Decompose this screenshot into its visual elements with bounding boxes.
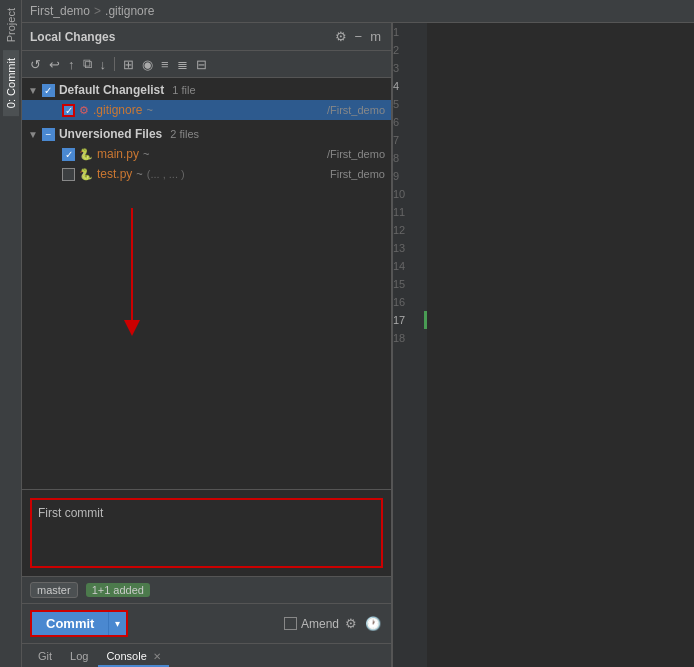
bottom-tab-console[interactable]: Console ✕ [98, 647, 168, 667]
mainpy-checkbox[interactable]: ✓ [62, 148, 75, 161]
unversioned-checkbox[interactable]: − [42, 128, 55, 141]
bottom-tab-git[interactable]: Git [30, 647, 60, 667]
gitignore-path: /First_demo [327, 104, 385, 116]
line-num-row-4: 4 [393, 77, 427, 95]
line-num-13: 13 [393, 239, 411, 257]
amend-area: Amend ⚙ 🕐 [284, 615, 383, 632]
toolbar-refresh-icon[interactable]: ↺ [28, 56, 43, 73]
mainpy-filename: main.py [97, 147, 139, 161]
green-bar-17 [424, 311, 427, 329]
line-num-6: 6 [393, 113, 405, 131]
testpy-subpath: (... , ... ) [147, 168, 185, 180]
local-changes-panel: Local Changes ⚙ − m ↺ ↩ ↑ ⧉ ↓ ⊞ ◉ ≡ ≣ ⊟ [22, 23, 392, 667]
testpy-path: First_demo [330, 168, 385, 180]
default-changelist-label: Default Changelist [59, 83, 164, 97]
unversioned-header[interactable]: ▼ − Unversioned Files 2 files [22, 124, 391, 144]
line-num-row-18: 18 [393, 329, 427, 347]
commit-btn-group: Commit ▾ [30, 610, 128, 637]
default-changelist-chevron: ▼ [28, 85, 38, 96]
commit-message-box[interactable]: First commit [30, 498, 383, 568]
line-num-16: 16 [393, 293, 411, 311]
gitignore-tilde: ~ [146, 104, 152, 116]
expand-icon[interactable]: m [368, 28, 383, 45]
commit-button[interactable]: Commit [32, 612, 108, 635]
bottom-tab-log[interactable]: Log [62, 647, 96, 667]
line-num-row-1: 1 [393, 23, 427, 41]
unversioned-badge: 2 files [170, 128, 199, 140]
line-num-row-5: 5 [393, 95, 427, 113]
breadcrumb: First_demo > .gitignore [22, 0, 694, 23]
minimize-icon[interactable]: − [353, 28, 365, 45]
line-num-3: 3 [393, 59, 405, 77]
line-num-1: 1 [393, 23, 405, 41]
line-num-row-14: 14 [393, 257, 427, 275]
breadcrumb-sep: > [94, 4, 101, 18]
bottom-tabs: Git Log Console ✕ [22, 643, 391, 667]
line-num-row-6: 6 [393, 113, 427, 131]
settings-icon[interactable]: ⚙ [333, 28, 349, 45]
toolbar-down-icon[interactable]: ↓ [98, 56, 109, 73]
toolbar-list-icon[interactable]: ≡ [159, 56, 171, 73]
gitignore-filename: .gitignore [93, 103, 142, 117]
line-num-2: 2 [393, 41, 405, 59]
status-badge: 1+1 added [86, 583, 150, 597]
line-num-row-9: 9 [393, 167, 427, 185]
mainpy-file-icon: 🐍 [79, 148, 93, 161]
commit-dropdown-button[interactable]: ▾ [108, 612, 126, 635]
toolbar-revert-icon[interactable]: ↩ [47, 56, 62, 73]
breadcrumb-file: .gitignore [105, 4, 154, 18]
toolbar-filter-icon[interactable]: ⊟ [194, 56, 209, 73]
line-num-row-3: 3 [393, 59, 427, 77]
gitignore-checkbox[interactable]: ✓ [62, 104, 75, 117]
testpy-checkbox[interactable] [62, 168, 75, 181]
branch-badge: master [30, 582, 78, 598]
sidebar-tab-commit[interactable]: 0: Commit [3, 50, 19, 116]
line-num-row-8: 8 [393, 149, 427, 167]
line-numbers-panel: 1 2 3 4 5 6 7 8 9 10 11 12 13 14 15 16 1… [392, 23, 427, 667]
line-num-9: 9 [393, 167, 405, 185]
line-num-7: 7 [393, 131, 405, 149]
gitignore-item[interactable]: ✓ ⚙ .gitignore ~ /First_demo [22, 100, 391, 120]
unversioned-label: Unversioned Files [59, 127, 162, 141]
default-changelist-badge: 1 file [172, 84, 195, 96]
mainpy-path: /First_demo [327, 148, 385, 160]
unversioned-group: ▼ − Unversioned Files 2 files ✓ 🐍 main.p… [22, 122, 391, 186]
mainpy-item[interactable]: ✓ 🐍 main.py ~ /First_demo [22, 144, 391, 164]
amend-checkbox[interactable] [284, 617, 297, 630]
line-num-row-11: 11 [393, 203, 427, 221]
default-changelist-group: ▼ ✓ Default Changelist 1 file ✓ ⚙ .gitig… [22, 78, 391, 122]
main-area: First_demo > .gitignore Local Changes ⚙ … [22, 0, 694, 667]
line-num-row-7: 7 [393, 131, 427, 149]
toolbar-eye-icon[interactable]: ◉ [140, 56, 155, 73]
line-num-12: 12 [393, 221, 411, 239]
testpy-filename: test.py [97, 167, 132, 181]
line-num-row-17: 17 [393, 311, 427, 329]
line-num-14: 14 [393, 257, 411, 275]
gitignore-file-icon: ⚙ [79, 104, 89, 117]
amend-settings-icon[interactable]: ⚙ [343, 615, 359, 632]
toolbar: ↺ ↩ ↑ ⧉ ↓ ⊞ ◉ ≡ ≣ ⊟ [22, 51, 391, 78]
mainpy-tilde: ~ [143, 148, 149, 160]
testpy-item[interactable]: 🐍 test.py ~ (... , ... ) First_demo [22, 164, 391, 184]
default-changelist-checkbox[interactable]: ✓ [42, 84, 55, 97]
toolbar-sort-icon[interactable]: ≣ [175, 56, 190, 73]
testpy-file-icon: 🐍 [79, 168, 93, 181]
file-tree: ▼ ✓ Default Changelist 1 file ✓ ⚙ .gitig… [22, 78, 391, 489]
line-num-4: 4 [393, 77, 405, 95]
sidebar-tab-project[interactable]: Project [3, 0, 19, 50]
line-num-17: 17 [393, 311, 411, 329]
unversioned-chevron: ▼ [28, 129, 38, 140]
commit-btn-area: Commit ▾ Amend ⚙ 🕐 [22, 603, 391, 643]
testpy-tilde: ~ [136, 168, 142, 180]
panel-wrapper: Local Changes ⚙ − m ↺ ↩ ↑ ⧉ ↓ ⊞ ◉ ≡ ≣ ⊟ [22, 23, 694, 667]
default-changelist-header[interactable]: ▼ ✓ Default Changelist 1 file [22, 80, 391, 100]
toolbar-up-icon[interactable]: ↑ [66, 56, 77, 73]
toolbar-grid-icon[interactable]: ⊞ [121, 56, 136, 73]
panel-title: Local Changes [30, 30, 115, 44]
toolbar-copy-icon[interactable]: ⧉ [81, 55, 94, 73]
amend-label: Amend [301, 617, 339, 631]
amend-history-icon[interactable]: 🕐 [363, 615, 383, 632]
left-sidebar: Project 0: Commit [0, 0, 22, 667]
console-close-icon[interactable]: ✕ [153, 651, 161, 662]
line-num-11: 11 [393, 203, 411, 221]
